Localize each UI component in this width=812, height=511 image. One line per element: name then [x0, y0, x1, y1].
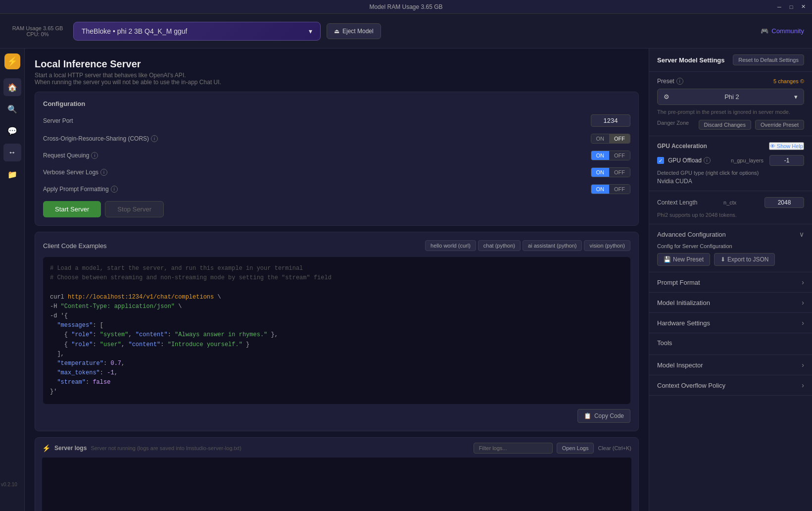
sidebar-item-search[interactable]: 🔍 — [3, 100, 21, 118]
cors-on-button[interactable]: ON — [591, 134, 610, 143]
model-inspector-title: Model Inspector — [657, 361, 703, 369]
reset-defaults-button[interactable]: Reset to Default Settings — [733, 54, 804, 65]
tab-ai-assistant[interactable]: ai assistant (python) — [523, 240, 582, 251]
sidebar-item-chat[interactable]: 💬 — [3, 122, 21, 140]
hardware-settings-section: Hardware Settings › — [649, 313, 812, 333]
show-help-label: Show Help — [777, 143, 803, 149]
activity-icon: ⚡ — [42, 444, 50, 452]
prompt-formatting-off-button[interactable]: OFF — [609, 185, 630, 194]
prompt-format-row[interactable]: Prompt Format › — [657, 278, 804, 286]
preset-dropdown-icon: ▾ — [794, 93, 798, 101]
open-logs-button[interactable]: Open Logs — [557, 443, 594, 454]
advanced-config-row[interactable]: Advanced Configuration ∨ — [657, 230, 804, 238]
request-queuing-off-button[interactable]: OFF — [609, 151, 630, 160]
changes-badge: 5 changes © — [773, 78, 804, 84]
prompt-formatting-toggle: ON OFF — [591, 184, 631, 194]
model-init-chevron: › — [802, 299, 804, 307]
stop-server-button[interactable]: Stop Server — [105, 201, 164, 217]
sidebar-item-files[interactable]: 📁 — [3, 165, 21, 183]
advanced-config-chevron: ∨ — [799, 230, 804, 238]
gpu-offload-checkbox[interactable]: ✓ — [657, 157, 664, 164]
prompt-format-chevron: › — [802, 278, 804, 286]
context-overflow-chevron: › — [802, 381, 804, 389]
preset-icon: ⚙ — [664, 93, 669, 101]
sidebar-item-home[interactable]: 🏠 — [3, 78, 21, 96]
override-preset-button[interactable]: Override Preset — [755, 120, 804, 130]
discord-icon: 🎮 — [761, 27, 768, 35]
prompt-formatting-info-icon[interactable]: i — [111, 186, 118, 193]
community-button[interactable]: 🎮 Community — [761, 27, 804, 35]
model-selector[interactable]: TheBloke • phi 2 3B Q4_K_M gguf ▾ — [73, 22, 321, 41]
request-queuing-info-icon[interactable]: i — [91, 152, 98, 159]
gpu-name: Nvidia CUDA — [657, 178, 804, 185]
minimize-button[interactable]: ─ — [774, 2, 784, 12]
close-button[interactable]: ✕ — [798, 2, 808, 12]
server-port-row: Server Port — [43, 114, 630, 127]
discard-changes-button[interactable]: Discard Changes — [699, 120, 751, 130]
ram-usage-text: RAM Usage 3.65 GB — [8, 25, 67, 31]
export-label: Export to JSON — [727, 256, 768, 263]
code-tabs: hello world (curl) chat (python) ai assi… — [425, 240, 630, 251]
sidebar: ⚡ 🏠 🔍 💬 ↔ 📁 — [0, 49, 25, 511]
preset-note: The pre-prompt in the preset is ignored … — [657, 109, 804, 115]
request-queuing-on-button[interactable]: ON — [591, 151, 610, 160]
copy-code-button[interactable]: 📋 Copy Code — [577, 409, 630, 423]
verbose-logs-info-icon[interactable]: i — [100, 169, 107, 176]
code-line-6: { "role": "user", "content": "Introduce … — [50, 340, 623, 350]
new-preset-button[interactable]: 💾 New Preset — [657, 253, 710, 266]
preset-label-row: Preset i 5 changes © — [657, 78, 804, 85]
context-header: Context Length n_ctx — [657, 197, 804, 208]
tab-hello-world[interactable]: hello world (curl) — [425, 240, 476, 251]
preset-info-icon[interactable]: i — [676, 78, 683, 85]
tools-section: Tools — [649, 333, 812, 355]
tab-chat-python[interactable]: chat (python) — [478, 240, 521, 251]
prompt-formatting-row: Apply Prompt Formatting i ON OFF — [43, 184, 630, 194]
cors-info-icon[interactable]: i — [151, 135, 158, 142]
prompt-format-section: Prompt Format › — [649, 272, 812, 293]
eject-model-button[interactable]: ⏏ Eject Model — [327, 23, 381, 39]
model-init-row[interactable]: Model Initialization › — [657, 299, 804, 307]
logs-content — [42, 458, 631, 511]
code-line-1: curl http://localhost:1234/v1/chat/compl… — [50, 293, 623, 302]
cors-off-button[interactable]: OFF — [609, 134, 630, 143]
subtitle-1: Start a local HTTP server that behaves l… — [35, 72, 639, 79]
request-queuing-row: Request Queuing i ON OFF — [43, 151, 630, 160]
right-panel-header: Server Model Settings Reset to Default S… — [649, 49, 812, 72]
prompt-formatting-label: Apply Prompt Formatting i — [43, 186, 118, 193]
server-port-label: Server Port — [43, 117, 73, 124]
maximize-button[interactable]: □ — [786, 2, 796, 12]
context-note: Phi2 supports up to 2048 tokens. — [657, 212, 804, 218]
verbose-logs-off-button[interactable]: OFF — [609, 168, 630, 177]
filter-logs-input[interactable] — [474, 443, 553, 454]
logs-header: ⚡ Server logs Server not running (logs a… — [42, 443, 631, 454]
code-line-5: { "role": "system", "content": "Always a… — [50, 330, 623, 340]
code-panel-title: Client Code Examples — [43, 242, 107, 250]
model-init-section: Model Initialization › — [649, 293, 812, 313]
gpu-offload-info-icon[interactable]: i — [704, 157, 711, 164]
context-overflow-row[interactable]: Context Overflow Policy › — [657, 381, 804, 389]
model-inspector-row[interactable]: Model Inspector › — [657, 361, 804, 369]
config-for-text: Config for Server Configuration — [657, 243, 804, 249]
inference-header: Local Inference Server Start a local HTT… — [35, 58, 639, 86]
clear-logs-button[interactable]: Clear (Ctrl+K) — [598, 445, 631, 451]
config-title: Configuration — [43, 100, 630, 107]
code-examples-panel: Client Code Examples hello world (curl) … — [35, 232, 639, 431]
show-help-button[interactable]: 👁 Show Help — [769, 142, 804, 150]
app-logo: ⚡ — [4, 53, 20, 69]
prompt-formatting-on-button[interactable]: ON — [591, 185, 610, 194]
preset-selector[interactable]: ⚙ Phi 2 ▾ — [657, 89, 804, 105]
verbose-logs-on-button[interactable]: ON — [591, 168, 610, 177]
tab-vision[interactable]: vision (python) — [584, 240, 630, 251]
subtitle-2: When running the server you will not be … — [35, 79, 639, 86]
hardware-settings-row[interactable]: Hardware Settings › — [657, 319, 804, 327]
danger-zone-label: Danger Zone — [657, 120, 695, 130]
context-length-input[interactable] — [764, 197, 804, 208]
code-line-3: -d '{ — [50, 311, 623, 321]
code-line-8: "temperature": 0.7, — [50, 359, 623, 368]
export-json-button[interactable]: ⬇ Export to JSON — [714, 253, 775, 266]
sidebar-item-inference[interactable]: ↔ — [3, 144, 21, 161]
start-server-button[interactable]: Start Server — [43, 201, 101, 217]
n-gpu-layers-input[interactable] — [769, 155, 804, 166]
advanced-action-buttons: 💾 New Preset ⬇ Export to JSON — [657, 253, 804, 266]
server-port-input[interactable] — [591, 114, 630, 127]
